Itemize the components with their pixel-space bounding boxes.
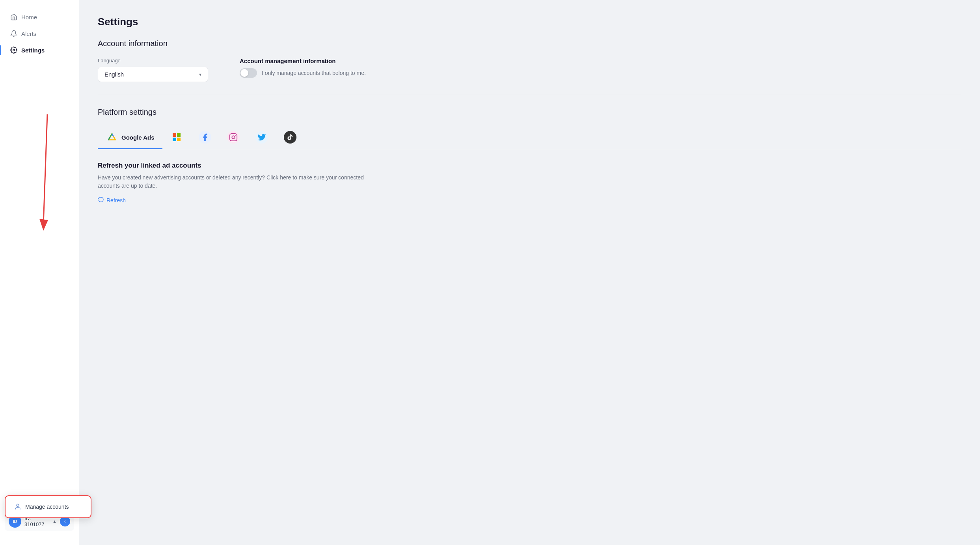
mgmt-toggle-text: I only manage accounts that belong to me… [262,70,366,76]
manage-accounts-label: Manage accounts [25,504,69,510]
language-value: English [104,71,124,78]
sidebar-nav: Home Alerts Settings [0,9,79,58]
microsoft-icon-container [170,131,183,144]
facebook-icon-container [199,131,211,144]
tiktok-icon-container [284,131,296,144]
toggle-row: I only manage accounts that belong to me… [240,68,366,78]
sidebar: Home Alerts Settings [0,0,79,545]
toggle-knob [240,69,248,77]
chevron-down-icon: ▾ [199,72,201,77]
svg-rect-10 [177,138,181,141]
account-info-grid: Language English ▾ Account management in… [98,58,961,82]
tab-instagram[interactable] [219,126,248,149]
twitter-icon-container [255,131,268,144]
language-select-display[interactable]: English ▾ [98,67,208,82]
section-divider [98,95,961,95]
sidebar-item-alerts-label: Alerts [21,30,36,37]
linked-desc: Have you created new advertising account… [98,174,366,190]
sidebar-item-alerts[interactable]: Alerts [5,26,74,41]
platform-title: Platform settings [98,108,961,117]
mgmt-toggle[interactable] [240,68,257,78]
tab-google-ads-label: Google Ads [121,134,155,141]
account-info-section: Account information Language English ▾ A… [98,39,961,82]
svg-rect-9 [173,138,176,141]
platform-section: Platform settings Google Ads [98,108,961,204]
mgmt-info-group: Account management information I only ma… [240,58,366,78]
svg-rect-8 [177,133,181,137]
linked-title: Refresh your linked ad accounts [98,162,961,170]
tab-microsoft[interactable] [162,126,191,149]
svg-line-1 [43,114,47,225]
manage-accounts-popup: Manage accounts [5,495,91,518]
svg-rect-11 [229,134,237,141]
chevron-up-icon: ▲ [52,519,57,524]
bell-icon [10,30,17,37]
sidebar-item-settings[interactable]: Settings [5,43,74,58]
home-icon [10,13,17,21]
gear-icon [10,47,17,54]
svg-point-3 [17,504,19,506]
sidebar-item-home[interactable]: Home [5,9,74,24]
page-title: Settings [98,16,961,28]
linked-accounts-section: Refresh your linked ad accounts Have you… [98,162,961,204]
sidebar-item-settings-label: Settings [21,47,45,54]
language-select[interactable]: English ▾ [98,67,208,82]
svg-point-13 [235,135,236,136]
main-content: Settings Account information Language En… [79,0,980,545]
svg-line-6 [108,134,112,140]
svg-marker-2 [39,219,48,231]
tab-google-ads[interactable]: Google Ads [98,126,162,149]
sidebar-item-home-label: Home [21,14,37,21]
google-ads-icon [108,133,116,142]
user-icon [14,503,21,510]
language-label: Language [98,58,208,63]
language-form-group: Language English ▾ [98,58,208,82]
svg-rect-7 [173,133,176,137]
instagram-icon [229,133,238,142]
manage-accounts-item[interactable]: Manage accounts [9,499,88,514]
mgmt-info-label: Account management information [240,58,366,64]
svg-point-12 [232,136,235,138]
refresh-link[interactable]: Refresh [98,196,961,204]
tab-facebook[interactable] [191,126,219,149]
svg-point-0 [13,49,15,51]
account-info-title: Account information [98,39,961,48]
tab-tiktok[interactable] [276,126,304,149]
facebook-icon [201,133,209,142]
tab-twitter[interactable] [248,126,276,149]
arrow-annotation [24,110,71,238]
refresh-icon [98,196,104,204]
twitter-icon [257,133,266,142]
refresh-label: Refresh [106,197,126,203]
instagram-icon-container [227,131,240,144]
microsoft-icon [172,133,181,142]
platform-tabs: Google Ads [98,126,961,149]
google-ads-icon-container [106,131,118,144]
tiktok-icon [287,134,294,141]
